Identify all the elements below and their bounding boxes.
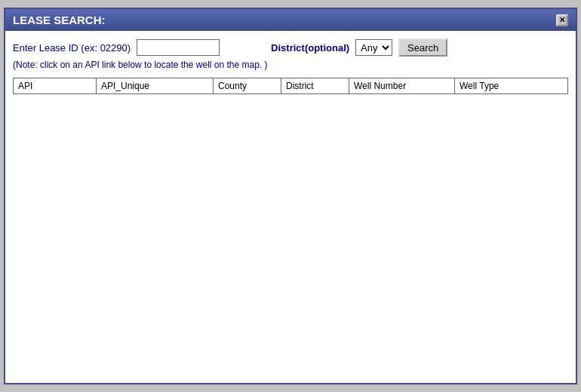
col-header-well-number: Well Number: [349, 78, 455, 94]
close-button[interactable]: ✕: [556, 14, 568, 26]
search-row: Enter Lease ID (ex: 02290) District(opti…: [13, 38, 568, 57]
col-header-well-type: Well Type: [455, 78, 568, 94]
window-title: LEASE SEARCH:: [13, 14, 106, 26]
col-header-district: District: [281, 78, 349, 94]
content-area: Enter Lease ID (ex: 02290) District(opti…: [5, 31, 576, 383]
search-button[interactable]: Search: [398, 38, 447, 57]
lease-search-window: LEASE SEARCH: ✕ Enter Lease ID (ex: 0229…: [4, 8, 577, 384]
lease-id-label: Enter Lease ID (ex: 02290): [13, 42, 131, 54]
title-bar: LEASE SEARCH: ✕: [5, 9, 576, 31]
district-label: District(optional): [271, 42, 349, 54]
lease-id-hint: (ex: 02290): [81, 42, 131, 54]
search-note: (Note: click on an API link below to loc…: [13, 60, 568, 70]
district-select[interactable]: Any 01 02 03 04 05 06 07 08 09 10: [355, 39, 392, 56]
col-header-api-unique: API_Unique: [97, 78, 214, 94]
table-header-row: API API_Unique County District Well Numb…: [14, 78, 568, 94]
lease-id-input[interactable]: [137, 39, 220, 56]
col-header-county: County: [214, 78, 281, 94]
col-header-api: API: [14, 78, 97, 94]
results-table: API API_Unique County District Well Numb…: [13, 78, 568, 94]
